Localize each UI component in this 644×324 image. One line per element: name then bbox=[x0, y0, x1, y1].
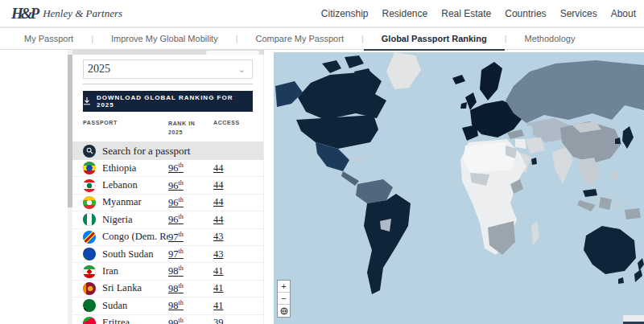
table-row[interactable]: South Sudan 97th 43 bbox=[72, 246, 263, 263]
map-corner-fragment bbox=[623, 315, 644, 324]
rank-link[interactable]: 97th bbox=[168, 248, 213, 260]
rank-link[interactable]: 96th bbox=[168, 196, 213, 209]
access-link[interactable]: 44 bbox=[213, 162, 255, 174]
year-select-value: 2025 bbox=[88, 63, 110, 76]
subnav-item: Methodology | bbox=[506, 34, 592, 43]
access-link[interactable]: 41 bbox=[213, 300, 255, 312]
chevron-down-icon: ⌄ bbox=[238, 65, 246, 74]
access-link[interactable]: 41 bbox=[213, 282, 255, 294]
access-link[interactable]: 39 bbox=[213, 317, 255, 324]
rank-link[interactable]: 96th bbox=[168, 162, 213, 174]
access-link[interactable]: 44 bbox=[213, 179, 255, 191]
country-name: Iran bbox=[102, 265, 118, 277]
download-icon bbox=[83, 97, 91, 105]
passport-table: Ethiopia 96th 44 Lebanon 96th 44 Myanmar bbox=[72, 160, 263, 324]
country-name: Eritrea bbox=[102, 317, 130, 324]
access-link[interactable]: 44 bbox=[213, 214, 255, 226]
rank-link[interactable]: 98th bbox=[168, 282, 213, 295]
passport-search-bar[interactable] bbox=[72, 141, 263, 160]
passport-cell: Myanmar bbox=[83, 196, 168, 209]
table-row[interactable]: Sri Lanka 98th 41 bbox=[72, 281, 263, 297]
table-row[interactable]: Iran 98th 41 bbox=[72, 263, 263, 280]
passport-cell: Ethiopia bbox=[83, 162, 168, 174]
table-row[interactable]: Lebanon 96th 44 bbox=[72, 177, 263, 194]
col-header-access: ACCESS bbox=[213, 120, 255, 125]
rank-link[interactable]: 98th bbox=[168, 299, 213, 312]
country-name: Sudan bbox=[102, 300, 127, 312]
zoom-in-button[interactable]: + bbox=[278, 281, 290, 293]
country-name: Nigeria bbox=[102, 214, 132, 226]
passport-cell: Sri Lanka bbox=[83, 282, 168, 295]
site-header: H&P Henley & Partners Citizenship Reside… bbox=[0, 0, 644, 27]
subnav-item: Improve My Global Mobility | bbox=[93, 34, 238, 43]
passport-cell: Sudan bbox=[83, 299, 168, 312]
table-row[interactable]: Ethiopia 96th 44 bbox=[72, 160, 263, 177]
subnav-item-label[interactable]: Improve My Global Mobility bbox=[93, 34, 236, 43]
table-row[interactable]: Congo (Dem. Rep.) 97th 43 bbox=[72, 229, 263, 246]
passport-index-subnav: My Passport | Improve My Global Mobility… bbox=[0, 27, 644, 50]
rank-link[interactable]: 99th bbox=[168, 317, 213, 324]
subnav-item-label[interactable]: My Passport bbox=[6, 34, 91, 43]
access-link[interactable]: 43 bbox=[213, 231, 255, 243]
search-icon bbox=[83, 145, 96, 158]
country-flag-icon bbox=[83, 282, 96, 295]
world-map[interactable]: + − bbox=[274, 52, 644, 324]
top-nav-item[interactable]: Countries bbox=[505, 8, 546, 19]
table-row[interactable]: Eritrea 99th 39 bbox=[72, 315, 263, 324]
country-name: Ethiopia bbox=[102, 162, 136, 174]
download-ranking-button[interactable]: DOWNLOAD GLOBAL RANKING FOR 2025 bbox=[83, 91, 253, 112]
country-flag-icon bbox=[83, 179, 96, 192]
top-nav-item[interactable]: Services bbox=[560, 8, 597, 19]
year-select[interactable]: 2025 ⌄ bbox=[83, 59, 253, 79]
search-input[interactable] bbox=[102, 145, 239, 158]
globe-icon bbox=[280, 307, 288, 315]
country-name: Lebanon bbox=[102, 179, 138, 191]
passport-cell: Eritrea bbox=[83, 317, 168, 324]
year-select-underline bbox=[83, 84, 253, 84]
country-flag-icon bbox=[83, 248, 96, 260]
table-header-row: PASSPORT RANK IN 2025 ACCESS bbox=[72, 112, 263, 141]
col-header-passport: PASSPORT bbox=[83, 120, 168, 125]
top-nav-item[interactable]: Citizenship bbox=[321, 8, 369, 19]
access-link[interactable]: 44 bbox=[213, 196, 255, 208]
passport-cell: Congo (Dem. Rep.) bbox=[83, 231, 168, 244]
ranking-panel: 2025 ⌄ DOWNLOAD GLOBAL RANKING FOR 2025 … bbox=[72, 55, 264, 324]
country-name: Myanmar bbox=[102, 196, 142, 208]
country-flag-icon bbox=[83, 196, 96, 209]
henley-partners-logo[interactable]: H&P Henley & Partners bbox=[11, 5, 122, 23]
rank-link[interactable]: 96th bbox=[168, 213, 213, 226]
download-button-label: DOWNLOAD GLOBAL RANKING FOR 2025 bbox=[97, 94, 253, 109]
table-row[interactable]: Nigeria 96th 44 bbox=[72, 211, 263, 228]
logo-monogram-icon: H&P bbox=[11, 5, 37, 23]
map-zoom-controls: + − bbox=[277, 280, 291, 318]
subnav-item: Compare My Passport | bbox=[238, 34, 364, 43]
country-flag-icon bbox=[83, 317, 96, 324]
rank-link[interactable]: 98th bbox=[168, 265, 213, 277]
country-flag-icon bbox=[83, 299, 96, 312]
subnav-item-label[interactable]: Global Passport Ranking bbox=[364, 34, 505, 51]
top-nav-item[interactable]: Residence bbox=[382, 8, 428, 19]
table-row[interactable]: Myanmar 96th 44 bbox=[72, 195, 263, 211]
logo-wordmark: Henley & Partners bbox=[43, 7, 122, 20]
access-link[interactable]: 43 bbox=[213, 248, 255, 260]
subnav-item-label[interactable]: Compare My Passport bbox=[238, 34, 361, 43]
zoom-out-button[interactable]: − bbox=[278, 293, 290, 305]
passport-cell: Nigeria bbox=[83, 213, 168, 226]
globe-reset-button[interactable] bbox=[278, 305, 290, 317]
table-row[interactable]: Sudan 98th 41 bbox=[72, 297, 263, 314]
top-navigation: Citizenship Residence Real Estate Countr… bbox=[321, 8, 636, 19]
top-nav-item[interactable]: About bbox=[611, 8, 636, 19]
passport-cell: Iran bbox=[83, 265, 168, 278]
rank-link[interactable]: 97th bbox=[168, 231, 213, 244]
country-flag-icon bbox=[83, 265, 96, 278]
country-flag-icon bbox=[83, 231, 96, 244]
top-nav-item[interactable]: Real Estate bbox=[441, 8, 491, 19]
rank-link[interactable]: 96th bbox=[168, 179, 213, 192]
subnav-item: Global Passport Ranking | bbox=[364, 34, 507, 43]
world-map-svg bbox=[274, 52, 644, 324]
subnav-item: My Passport | bbox=[6, 34, 93, 43]
subnav-item-label[interactable]: Methodology bbox=[506, 34, 592, 43]
country-name: South Sudan bbox=[102, 248, 154, 260]
access-link[interactable]: 41 bbox=[213, 265, 255, 277]
country-name: Sri Lanka bbox=[102, 282, 142, 294]
